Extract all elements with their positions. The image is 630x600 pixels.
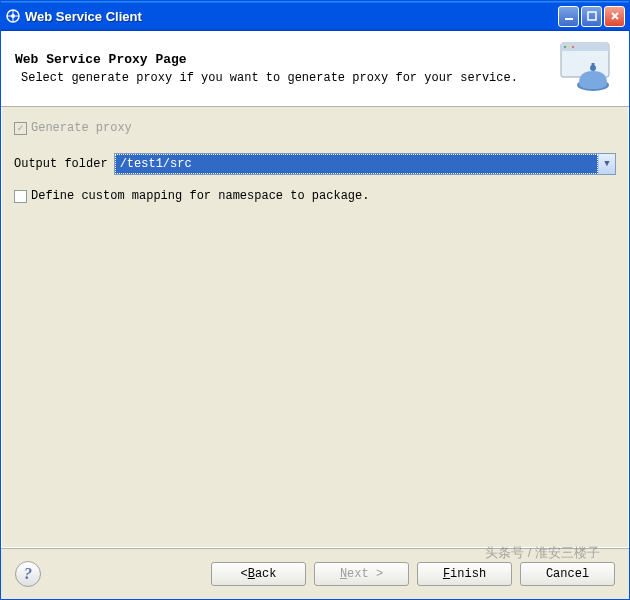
generate-proxy-label: Generate proxy (31, 121, 132, 135)
wizard-content: Generate proxy Output folder /test1/src … (1, 107, 629, 548)
maximize-button[interactable] (581, 6, 602, 27)
back-button[interactable]: < Back (211, 562, 306, 586)
button-bar: ? < Back Next > Finish Cancel (1, 548, 629, 599)
generate-proxy-checkbox (14, 122, 27, 135)
svg-point-12 (572, 46, 574, 48)
output-folder-combo[interactable]: /test1/src ▼ (114, 153, 616, 175)
cancel-button[interactable]: Cancel (520, 562, 615, 586)
wizard-banner-icon (555, 41, 615, 96)
window-controls (558, 6, 625, 27)
define-mapping-row: Define custom mapping for namespace to p… (14, 189, 616, 203)
help-icon: ? (24, 565, 32, 583)
svg-point-11 (568, 46, 570, 48)
header-text: Web Service Proxy Page Select generate p… (15, 52, 545, 85)
define-mapping-checkbox[interactable] (14, 190, 27, 203)
define-mapping-label: Define custom mapping for namespace to p… (31, 189, 369, 203)
close-button[interactable] (604, 6, 625, 27)
page-title: Web Service Proxy Page (15, 52, 545, 67)
generate-proxy-row: Generate proxy (14, 121, 616, 135)
wizard-header: Web Service Proxy Page Select generate p… (1, 31, 629, 107)
output-folder-input[interactable]: /test1/src (115, 154, 598, 174)
titlebar[interactable]: Web Service Client (1, 1, 629, 31)
svg-rect-5 (588, 12, 596, 20)
output-folder-label: Output folder (14, 157, 108, 171)
dialog-window: Web Service Client Web Service Proxy Pag… (0, 0, 630, 600)
app-icon (5, 8, 21, 24)
svg-rect-4 (565, 18, 573, 20)
help-button[interactable]: ? (15, 561, 41, 587)
minimize-button[interactable] (558, 6, 579, 27)
svg-rect-15 (592, 63, 595, 67)
finish-button[interactable]: Finish (417, 562, 512, 586)
output-folder-row: Output folder /test1/src ▼ (14, 153, 616, 175)
page-description: Select generate proxy if you want to gen… (15, 71, 545, 85)
dropdown-button[interactable]: ▼ (598, 154, 615, 174)
chevron-down-icon: ▼ (604, 159, 609, 169)
window-title: Web Service Client (25, 9, 558, 24)
svg-point-10 (564, 46, 566, 48)
next-button: Next > (314, 562, 409, 586)
